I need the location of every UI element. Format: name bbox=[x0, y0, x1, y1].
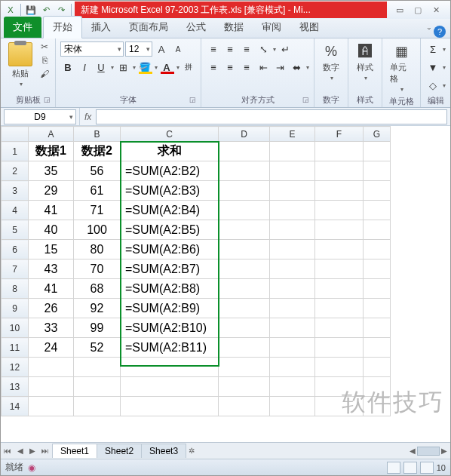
align-left-icon[interactable]: ≡ bbox=[206, 60, 221, 75]
cell-G13[interactable] bbox=[364, 377, 391, 397]
number-format-button[interactable]: %数字▾ bbox=[319, 41, 343, 83]
cell-D1[interactable] bbox=[219, 142, 270, 161]
col-header-B[interactable]: B bbox=[74, 127, 121, 142]
row-header-8[interactable]: 8 bbox=[2, 279, 29, 299]
cell-E11[interactable] bbox=[270, 338, 315, 358]
row-header-12[interactable]: 12 bbox=[2, 358, 29, 377]
cell-G4[interactable] bbox=[364, 201, 391, 220]
underline-button[interactable]: U bbox=[94, 60, 109, 75]
cell-E7[interactable] bbox=[270, 259, 315, 279]
wrap-text-icon[interactable]: ↵ bbox=[278, 41, 293, 57]
cell-G10[interactable] bbox=[364, 318, 391, 338]
cell-A6[interactable]: 15 bbox=[29, 240, 74, 259]
sheet-nav-last-icon[interactable]: ⏭ bbox=[38, 447, 52, 455]
cell-D11[interactable] bbox=[219, 338, 270, 358]
minimize-button[interactable]: ▭ bbox=[393, 5, 407, 15]
cell-D2[interactable] bbox=[219, 161, 270, 181]
cell-D4[interactable] bbox=[219, 201, 270, 220]
align-top-icon[interactable]: ≡ bbox=[206, 41, 221, 57]
cell-B14[interactable] bbox=[74, 397, 121, 416]
undo-icon[interactable]: ↶ bbox=[39, 3, 53, 17]
cell-E14[interactable] bbox=[270, 397, 315, 416]
cell-C1[interactable]: 求和 bbox=[121, 142, 219, 161]
cell-A12[interactable] bbox=[29, 358, 74, 377]
cell-A8[interactable]: 41 bbox=[29, 279, 74, 299]
fill-icon[interactable]: ▼ bbox=[425, 60, 440, 75]
tab-view[interactable]: 视图 bbox=[290, 17, 328, 38]
cell-B8[interactable]: 68 bbox=[74, 279, 121, 299]
cell-D8[interactable] bbox=[219, 279, 270, 299]
cell-D7[interactable] bbox=[219, 259, 270, 279]
cell-G2[interactable] bbox=[364, 161, 391, 181]
align-bottom-icon[interactable]: ≡ bbox=[239, 41, 254, 57]
cell-A3[interactable]: 29 bbox=[29, 181, 74, 201]
row-header-7[interactable]: 7 bbox=[2, 259, 29, 279]
font-color-icon[interactable]: A bbox=[159, 60, 174, 75]
cell-D3[interactable] bbox=[219, 181, 270, 201]
grow-font-icon[interactable]: A bbox=[154, 41, 169, 57]
cell-G8[interactable] bbox=[364, 279, 391, 299]
cell-C11[interactable]: =SUM(A2:B11) bbox=[121, 338, 219, 358]
close-button[interactable]: ✕ bbox=[429, 5, 443, 15]
tab-home[interactable]: 开始 bbox=[43, 16, 82, 38]
cell-A10[interactable]: 33 bbox=[29, 318, 74, 338]
col-header-C[interactable]: C bbox=[121, 127, 219, 142]
cell-D14[interactable] bbox=[219, 397, 270, 416]
clear-icon[interactable]: ◇ bbox=[425, 78, 440, 93]
sheet-tab-2[interactable]: Sheet2 bbox=[97, 444, 142, 458]
cell-C5[interactable]: =SUM(A2:B5) bbox=[121, 220, 219, 240]
tab-review[interactable]: 审阅 bbox=[253, 17, 290, 38]
tab-layout[interactable]: 页面布局 bbox=[120, 17, 177, 38]
cell-E3[interactable] bbox=[270, 181, 315, 201]
sheet-nav-next-icon[interactable]: ▶ bbox=[26, 447, 38, 455]
cell-B7[interactable]: 70 bbox=[74, 259, 121, 279]
row-header-14[interactable]: 14 bbox=[2, 397, 29, 416]
cell-C6[interactable]: =SUM(A2:B6) bbox=[121, 240, 219, 259]
cell-C7[interactable]: =SUM(A2:B7) bbox=[121, 259, 219, 279]
cell-B2[interactable]: 56 bbox=[74, 161, 121, 181]
row-header-4[interactable]: 4 bbox=[2, 201, 29, 220]
font-size-select[interactable]: 12 bbox=[125, 41, 152, 57]
cell-F10[interactable] bbox=[315, 318, 364, 338]
hscroll-track[interactable] bbox=[417, 447, 440, 456]
cell-D9[interactable] bbox=[219, 299, 270, 318]
cell-A7[interactable]: 43 bbox=[29, 259, 74, 279]
font-dialog-icon[interactable]: ◲ bbox=[189, 96, 198, 105]
macro-record-icon[interactable]: ◉ bbox=[28, 462, 35, 473]
row-header-13[interactable]: 13 bbox=[2, 377, 29, 397]
cell-B11[interactable]: 52 bbox=[74, 338, 121, 358]
cell-B9[interactable]: 92 bbox=[74, 299, 121, 318]
fx-icon[interactable]: fx bbox=[79, 108, 96, 125]
cell-E9[interactable] bbox=[270, 299, 315, 318]
cell-G12[interactable] bbox=[364, 358, 391, 377]
cell-B10[interactable]: 99 bbox=[74, 318, 121, 338]
phonetic-icon[interactable]: 拼 bbox=[181, 60, 196, 75]
cell-G9[interactable] bbox=[364, 299, 391, 318]
orientation-icon[interactable]: ⤡ bbox=[256, 41, 271, 57]
redo-icon[interactable]: ↷ bbox=[54, 3, 68, 17]
align-dialog-icon[interactable]: ◲ bbox=[302, 96, 311, 105]
fill-color-icon[interactable]: 🪣 bbox=[137, 60, 152, 75]
cell-E4[interactable] bbox=[270, 201, 315, 220]
cell-A13[interactable] bbox=[29, 377, 74, 397]
sheet-nav-prev-icon[interactable]: ◀ bbox=[14, 447, 26, 455]
align-center-icon[interactable]: ≡ bbox=[222, 60, 238, 75]
align-middle-icon[interactable]: ≡ bbox=[222, 41, 238, 57]
cell-E6[interactable] bbox=[270, 240, 315, 259]
cell-G1[interactable] bbox=[364, 142, 391, 161]
cell-D10[interactable] bbox=[219, 318, 270, 338]
cell-B6[interactable]: 80 bbox=[74, 240, 121, 259]
cell-C9[interactable]: =SUM(A2:B9) bbox=[121, 299, 219, 318]
cell-E10[interactable] bbox=[270, 318, 315, 338]
normal-view-button[interactable] bbox=[387, 462, 400, 474]
cell-A5[interactable]: 40 bbox=[29, 220, 74, 240]
sheet-tab-3[interactable]: Sheet3 bbox=[141, 444, 186, 458]
cell-B3[interactable]: 61 bbox=[74, 181, 121, 201]
cell-A1[interactable]: 数据1 bbox=[29, 142, 74, 161]
cell-C4[interactable]: =SUM(A2:B4) bbox=[121, 201, 219, 220]
cell-C12[interactable] bbox=[121, 358, 219, 377]
cell-B12[interactable] bbox=[74, 358, 121, 377]
cut-icon[interactable]: ✂ bbox=[38, 41, 51, 53]
cell-B5[interactable]: 100 bbox=[74, 220, 121, 240]
cell-E12[interactable] bbox=[270, 358, 315, 377]
